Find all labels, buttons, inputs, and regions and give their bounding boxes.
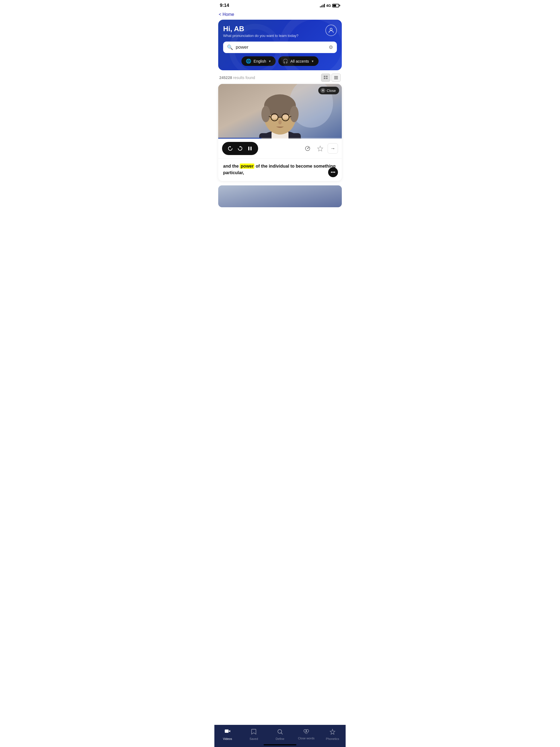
svg-rect-28 — [248, 147, 249, 150]
language-icon: 🌐 — [246, 58, 251, 64]
close-words-icon — [303, 729, 309, 736]
next-video-preview[interactable] — [218, 185, 342, 207]
rewind-back-button[interactable] — [226, 144, 235, 153]
svg-rect-1 — [324, 76, 325, 77]
saved-icon — [251, 729, 256, 736]
svg-point-25 — [278, 120, 282, 124]
svg-rect-31 — [218, 185, 342, 207]
phonetics-label: Phonetics — [326, 737, 339, 741]
playback-controls — [222, 142, 258, 155]
nav-phonetics[interactable]: Phonetics — [320, 728, 346, 742]
videos-label: Videos — [223, 737, 232, 741]
action-controls: → — [302, 143, 338, 154]
video-progress-fill — [218, 138, 261, 138]
saved-label: Saved — [249, 737, 258, 741]
player-controls: → — [218, 138, 342, 159]
svg-rect-29 — [251, 147, 252, 150]
hero-greeting: Hi, AB What pronunciation do you want to… — [223, 25, 298, 38]
svg-marker-26 — [230, 146, 231, 148]
svg-point-18 — [271, 114, 278, 119]
list-view-button[interactable] — [331, 74, 341, 82]
signal-icon — [320, 4, 325, 7]
transcript-area: and the power of the individual to becom… — [218, 159, 342, 181]
pause-button[interactable] — [246, 144, 254, 153]
svg-marker-33 — [229, 730, 230, 732]
bottom-nav: Videos Saved Define Close words — [214, 725, 346, 747]
view-toggle[interactable] — [321, 74, 341, 82]
more-options-button[interactable]: ••• — [328, 168, 338, 177]
svg-point-0 — [330, 28, 332, 30]
filter-icon[interactable]: ⚙ — [329, 44, 333, 50]
svg-rect-4 — [326, 78, 328, 79]
transcript-highlight: power — [240, 163, 254, 169]
speed-button[interactable] — [302, 143, 313, 154]
search-bar[interactable]: 🔍 ⚙ — [223, 42, 337, 53]
back-button[interactable]: < Home — [219, 12, 234, 17]
close-icon: ✕ — [321, 88, 325, 93]
svg-rect-5 — [334, 76, 338, 77]
svg-line-35 — [281, 733, 283, 735]
define-label: Define — [276, 737, 284, 741]
hero-subtitle: What pronunciation do you want to learn … — [223, 34, 298, 38]
language-label: English — [253, 59, 266, 63]
svg-rect-2 — [326, 76, 328, 77]
grid-view-button[interactable] — [321, 74, 330, 82]
close-words-label: Close words — [298, 737, 315, 740]
video-progress-bar — [218, 138, 342, 138]
close-button[interactable]: ✕ Close — [318, 87, 339, 94]
close-label: Close — [327, 88, 336, 93]
transcript-text: and the power of the individual to becom… — [223, 163, 337, 176]
phonetics-icon — [330, 729, 335, 736]
video-card: ✕ Close — [218, 84, 342, 181]
videos-icon — [225, 729, 230, 736]
battery-icon — [332, 4, 340, 7]
svg-rect-3 — [324, 78, 325, 79]
status-icons: 4G — [320, 4, 340, 8]
accents-icon: 🎧 — [283, 58, 288, 64]
accents-chevron-icon: ▼ — [311, 60, 314, 63]
transcript-before: and the — [223, 164, 240, 169]
avatar[interactable] — [325, 25, 337, 36]
nav-define[interactable]: Define — [267, 728, 293, 742]
next-button[interactable]: → — [328, 143, 338, 154]
language-chevron-icon: ▼ — [268, 60, 271, 63]
svg-rect-7 — [334, 78, 338, 79]
svg-marker-27 — [239, 146, 240, 148]
status-time: 9:14 — [220, 3, 229, 8]
svg-rect-32 — [225, 729, 229, 733]
status-bar: 9:14 4G — [214, 0, 346, 10]
favorite-button[interactable] — [315, 143, 325, 154]
svg-rect-6 — [334, 77, 338, 78]
svg-point-30 — [307, 148, 308, 149]
language-pill[interactable]: 🌐 English ▼ — [241, 56, 276, 66]
rewind-forward-button[interactable] — [236, 144, 245, 153]
accents-label: All accents — [290, 59, 309, 63]
nav-videos[interactable]: Videos — [214, 728, 240, 742]
home-indicator — [263, 744, 297, 745]
define-icon — [277, 729, 283, 736]
network-label: 4G — [326, 4, 331, 8]
svg-point-17 — [290, 106, 299, 122]
results-bar: 245228 results found — [214, 70, 346, 84]
hero-card: Hi, AB What pronunciation do you want to… — [218, 20, 342, 70]
nav-back[interactable]: < Home — [214, 10, 346, 20]
nav-saved[interactable]: Saved — [240, 728, 267, 742]
filter-pills: 🌐 English ▼ 🎧 All accents ▼ — [223, 56, 337, 66]
svg-point-16 — [261, 106, 270, 122]
hero-name: Hi, AB — [223, 25, 298, 33]
nav-close-words[interactable]: Close words — [293, 728, 320, 742]
results-count: 245228 results found — [219, 75, 255, 80]
search-icon: 🔍 — [227, 44, 233, 50]
accents-pill[interactable]: 🎧 All accents ▼ — [278, 56, 319, 66]
svg-point-19 — [282, 114, 289, 119]
search-input[interactable] — [236, 45, 329, 50]
